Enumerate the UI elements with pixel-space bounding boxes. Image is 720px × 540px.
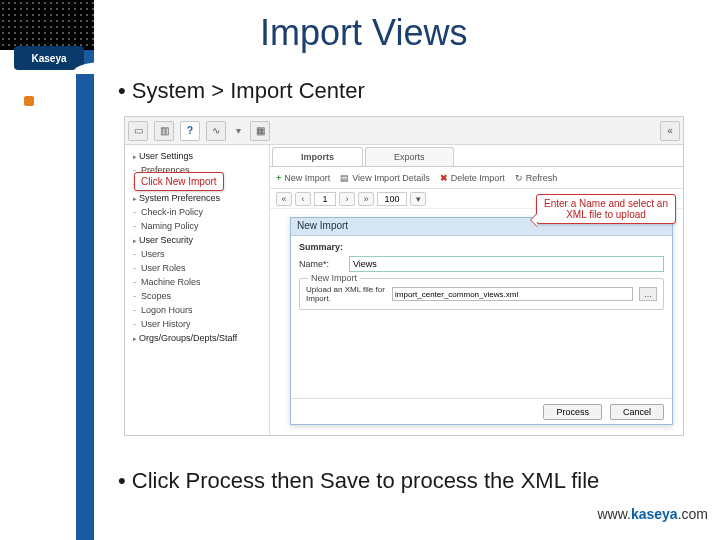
name-field[interactable] (349, 256, 664, 272)
name-label: Name*: (299, 259, 349, 269)
sidebar-item[interactable]: Scopes (125, 289, 269, 303)
chevron-down-icon[interactable]: ▾ (229, 125, 247, 136)
refresh-icon: ↻ (515, 173, 523, 183)
refresh-button[interactable]: ↻Refresh (515, 173, 558, 183)
sidebar-item[interactable]: Machine Roles (125, 275, 269, 289)
brand-stripe (76, 0, 94, 540)
panel-icon[interactable]: ▦ (250, 121, 270, 141)
sidebar-cat[interactable]: User Settings (125, 149, 269, 163)
new-import-dialog: New Import Summary: Name*: New Import Up… (290, 217, 673, 425)
sidebar-cat[interactable]: Orgs/Groups/Depts/Staff (125, 331, 269, 345)
page-input[interactable] (314, 192, 336, 206)
book-icon[interactable]: ▭ (128, 121, 148, 141)
dialog-footer: Process Cancel (291, 398, 672, 424)
sidebar-item[interactable]: User Roles (125, 261, 269, 275)
sidebar-item[interactable]: User History (125, 317, 269, 331)
prev-page-button[interactable]: ‹ (295, 192, 311, 206)
main-panel: Imports Exports +New Import ▤View Import… (270, 145, 683, 435)
cancel-button[interactable]: Cancel (610, 404, 664, 420)
brand-dots (0, 0, 94, 50)
slide-title: Import Views (260, 12, 467, 54)
footer-url: www.kaseya.com (597, 506, 708, 522)
bullet-breadcrumb: System > Import Center (118, 78, 365, 104)
upload-legend: New Import (308, 273, 360, 283)
page-size-input[interactable] (377, 192, 407, 206)
clipboard-icon[interactable]: ▥ (154, 121, 174, 141)
app-screenshot: ▭ ▥ ? ∿ ▾ ▦ « User Settings Preferences … (124, 116, 684, 436)
collapse-button[interactable]: « (660, 121, 680, 141)
tab-imports[interactable]: Imports (272, 147, 363, 166)
new-import-button[interactable]: +New Import (276, 173, 330, 183)
file-path-field[interactable] (392, 287, 633, 301)
summary-label: Summary: (299, 242, 664, 252)
help-icon[interactable]: ? (180, 121, 200, 141)
callout-name-xml: Enter a Name and select an XML file to u… (536, 194, 676, 224)
upload-fieldset: New Import Upload an XML file for Import… (299, 278, 664, 310)
sidebar-item[interactable]: Naming Policy (125, 219, 269, 233)
page-size-dropdown[interactable]: ▾ (410, 192, 426, 206)
chart-icon[interactable]: ∿ (206, 121, 226, 141)
logo: Kaseya (14, 46, 84, 70)
sidebar-cat[interactable]: User Security (125, 233, 269, 247)
process-button[interactable]: Process (543, 404, 602, 420)
x-icon: ✖ (440, 173, 448, 183)
tabs: Imports Exports (270, 145, 683, 167)
first-page-button[interactable]: « (276, 192, 292, 206)
sidebar-item[interactable]: Logon Hours (125, 303, 269, 317)
sidebar-cat[interactable]: System Preferences (125, 191, 269, 205)
toolbar: ▭ ▥ ? ∿ ▾ ▦ « (125, 117, 683, 145)
doc-icon: ▤ (340, 173, 349, 183)
callout-new-import: Click New Import (134, 172, 224, 191)
browse-button[interactable]: … (639, 287, 657, 301)
view-details-button[interactable]: ▤View Import Details (340, 173, 429, 183)
delete-import-button[interactable]: ✖Delete Import (440, 173, 505, 183)
action-bar: +New Import ▤View Import Details ✖Delete… (270, 167, 683, 189)
sidebar-item[interactable]: Users (125, 247, 269, 261)
upload-message: Upload an XML file for Import. (306, 285, 386, 303)
sidebar-item[interactable]: Check-in Policy (125, 205, 269, 219)
tab-exports[interactable]: Exports (365, 147, 454, 166)
plus-icon: + (276, 173, 281, 183)
bullet-instruction: Click Process then Save to process the X… (118, 468, 688, 493)
next-page-button[interactable]: › (339, 192, 355, 206)
last-page-button[interactable]: » (358, 192, 374, 206)
